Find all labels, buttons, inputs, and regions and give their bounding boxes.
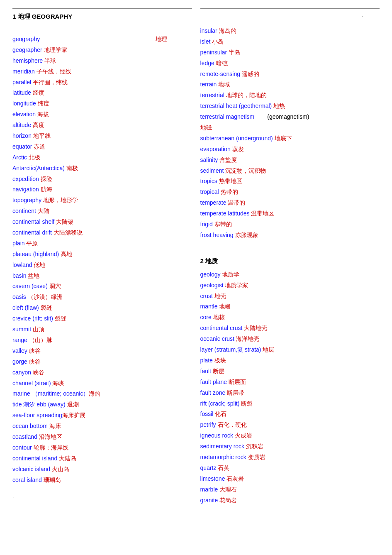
list-item: coastland 沿海地区 xyxy=(12,432,192,443)
list-item: equator 赤道 xyxy=(12,142,192,152)
list-item: sedimentary rock 沉积岩 xyxy=(200,441,380,452)
list-item: sediment 沉淀物，沉积物 xyxy=(200,166,380,176)
list-item: peninsular 半岛 xyxy=(200,47,380,58)
list-item: Arctic 北极 xyxy=(12,152,192,163)
list-item: geology 地质学 xyxy=(200,269,380,280)
list-item: geologist 地质学家 xyxy=(200,280,380,291)
list-item: fault 断层 xyxy=(200,366,380,377)
list-item: frigid 寒带的 xyxy=(200,219,380,230)
list-item: gorge 峡谷 xyxy=(12,357,192,367)
list-item: islet 小岛 xyxy=(200,37,380,47)
list-item: crust 地壳 xyxy=(200,291,380,302)
list-item: sea-floor spreading海床扩展 xyxy=(12,410,192,421)
list-item: latitude 经度 xyxy=(12,88,192,98)
list-item: fault zone 断层带 xyxy=(200,388,380,399)
list-item: subterranean (underground) 地底下 xyxy=(200,133,380,144)
left-column: 1 地理 GEOGRAPHY geography 地理 geographer 地… xyxy=(12,8,200,506)
list-item: salinity 含盐度 xyxy=(200,155,380,166)
list-item: petrify 石化，硬化 xyxy=(200,420,380,430)
list-item: geography 地理 xyxy=(12,34,192,45)
list-item: altitude 高度 xyxy=(12,120,192,131)
list-item: marine （maritime; oceanic）海的 xyxy=(12,389,192,399)
list-item: crevice (rift; slit) 裂缝 xyxy=(12,313,192,324)
list-item: Antarctic(Antarctica) 南极 xyxy=(12,163,192,174)
page-dot: . xyxy=(362,12,363,18)
list-item: continental island 大陆岛 xyxy=(12,453,192,464)
list-item: longitude 纬度 xyxy=(12,98,192,109)
list-item: oasis （沙漠）绿洲 xyxy=(12,292,192,303)
list-item: elevation 海拔 xyxy=(12,109,192,120)
list-item: limestone 石灰岩 xyxy=(200,474,380,484)
list-item: oceanic crust 海洋地壳 xyxy=(200,334,380,345)
word-en: geography xyxy=(12,34,40,45)
list-item: cavern (cave) 洞穴 xyxy=(12,281,192,292)
list-item: plateau (highland) 高地 xyxy=(12,249,192,260)
list-item: igneous rock 火成岩 xyxy=(200,430,380,441)
list-item: contour 轮廓；海岸线 xyxy=(12,443,192,453)
list-item: fault plane 断层面 xyxy=(200,377,380,388)
list-item: meridian 子午线，经线 xyxy=(12,66,192,77)
list-item: metamorphic rock 变质岩 xyxy=(200,452,380,463)
list-item: volcanic island 火山岛 xyxy=(12,464,192,475)
section1-right-header xyxy=(200,8,380,20)
list-item: canyon 峡谷 xyxy=(12,367,192,378)
list-item: horizon 地平线 xyxy=(12,131,192,142)
list-item: plain 平原 xyxy=(12,238,192,249)
list-item: ledge 暗礁 xyxy=(200,58,380,69)
list-item: evaporation 蒸发 xyxy=(200,144,380,155)
list-item: ocean bottom 海床 xyxy=(12,421,192,432)
list-item: expedition 探险 xyxy=(12,174,192,185)
list-item: remote-sensing 遥感的 xyxy=(200,69,380,80)
list-item: navigation 航海 xyxy=(12,184,192,195)
bottom-dot: . xyxy=(12,494,14,499)
section2-header: 2 地质 xyxy=(200,257,380,265)
list-item: plate 板块 xyxy=(200,355,380,366)
list-item: temperate latitudes 温带地区 xyxy=(200,208,380,219)
list-item: terrain 地域 xyxy=(200,79,380,90)
list-item: tide 潮汐 ebb (away) 退潮 xyxy=(12,399,192,410)
list-item: continent 大陆 xyxy=(12,206,192,217)
list-item: cleft (flaw) 裂缝 xyxy=(12,303,192,313)
list-item: terrestrial 地球的，陆地的 xyxy=(200,90,380,101)
list-item: insular 海岛的 xyxy=(200,26,380,37)
list-item: topography 地形，地形学 xyxy=(12,195,192,206)
list-item: tropical 热带的 xyxy=(200,187,380,198)
list-item: valley 峡谷 xyxy=(12,346,192,357)
list-item: range （山）脉 xyxy=(12,335,192,346)
list-item: rift (crack; split) 断裂 xyxy=(200,399,380,409)
list-item: temperate 温带的 xyxy=(200,198,380,208)
list-item: frost heaving 冻胀现象 xyxy=(200,230,380,241)
list-item: basin 盆地 xyxy=(12,271,192,281)
word-cn: 地理 xyxy=(156,34,167,45)
list-item: core 地核 xyxy=(200,312,380,323)
list-item: continental crust 大陆地壳 xyxy=(200,323,380,334)
list-item: mantle 地幔 xyxy=(200,301,380,312)
right-column: insular 海岛的 islet 小岛 peninsular 半岛 ledge… xyxy=(200,8,380,506)
list-item: parallel 平行圈，纬线 xyxy=(12,77,192,88)
list-item: hemisphere 半球 xyxy=(12,56,192,66)
list-item: summit 山顶 xyxy=(12,324,192,335)
list-item: geographer 地理学家 xyxy=(12,45,192,56)
list-item: fossil 化石 xyxy=(200,409,380,420)
list-item: coral island 珊瑚岛 xyxy=(12,475,192,486)
list-item: layer (stratum,复 strata) 地层 xyxy=(200,345,380,355)
list-item: granite 花岗岩 xyxy=(200,495,380,506)
section1-header: 1 地理 GEOGRAPHY xyxy=(12,8,192,21)
list-item: continental drift 大陆漂移说 xyxy=(12,227,192,238)
list-item: channel (strait) 海峡 xyxy=(12,378,192,389)
list-item: marble 大理石 xyxy=(200,484,380,495)
list-item: terrestrial heat (geothermal) 地热 xyxy=(200,101,380,112)
list-item: terrestrial magnetism (geomagnetism) 地磁 xyxy=(200,112,380,133)
list-item: tropics 热带地区 xyxy=(200,176,380,187)
list-item: quartz 石英 xyxy=(200,463,380,474)
list-item: continental shelf 大陆架 xyxy=(12,217,192,227)
list-item: lowland 低地 xyxy=(12,260,192,271)
